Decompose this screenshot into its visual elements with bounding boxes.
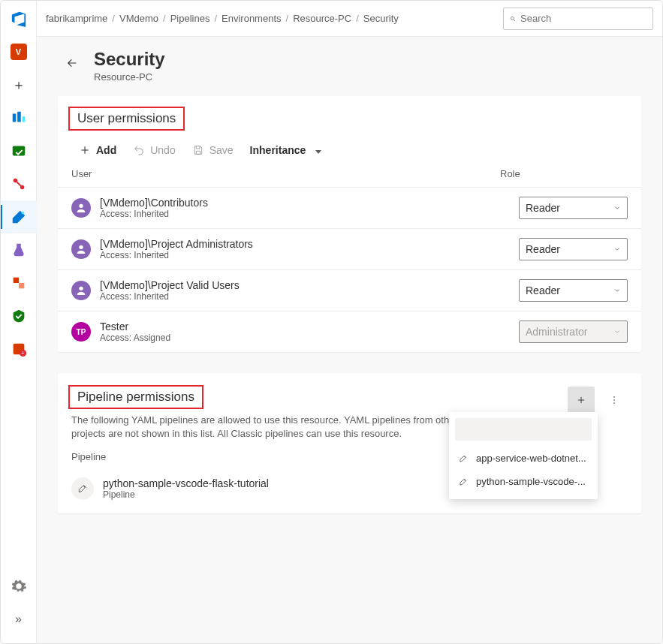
svg-rect-1 (17, 112, 21, 122)
save-button: Save (192, 144, 234, 156)
user-access: Access: Inherited (100, 250, 519, 260)
chevron-down-icon (613, 328, 621, 336)
crumb-0[interactable]: fabrikamprime (46, 13, 107, 24)
svg-point-12 (511, 17, 514, 20)
pipeline-permissions-card: Pipeline permissions The following YAML … (58, 373, 641, 513)
user-access: Access: Inherited (100, 209, 519, 219)
search-input[interactable] (520, 13, 646, 24)
chevron-down-icon (613, 204, 621, 212)
project-badge: V (11, 44, 27, 60)
svg-point-17 (613, 396, 615, 398)
rocket-icon (458, 453, 469, 464)
crumb-5[interactable]: Security (363, 13, 399, 24)
crumb-3[interactable]: Environments (222, 13, 281, 24)
rocket-icon (458, 477, 469, 487)
user-name: [VMdemo]\Project Valid Users (100, 279, 519, 291)
crumb-1[interactable]: VMdemo (119, 13, 158, 24)
user-row[interactable]: TPTesterAccess: AssignedAdministrator (58, 311, 641, 352)
user-row[interactable]: [VMdemo]\ContributorsAccess: InheritedRe… (58, 188, 641, 229)
user-permissions-title: User permissions (74, 110, 179, 128)
plus-icon: ＋ (12, 76, 26, 94)
col-role-header: Role (500, 168, 628, 179)
gear-icon (11, 578, 27, 594)
chevron-down-icon (613, 287, 621, 294)
user-name: [VMdemo]\Project Administrators (100, 238, 519, 250)
avatar (71, 198, 91, 218)
page-title: Security (94, 49, 165, 70)
user-row[interactable]: [VMdemo]\Project Valid UsersAccess: Inhe… (58, 270, 641, 311)
chevron-down-icon (311, 144, 321, 156)
back-button[interactable] (61, 52, 83, 74)
nav-artifacts[interactable] (1, 266, 37, 299)
nav-expand[interactable]: » (1, 603, 37, 636)
highlight-annotation: Pipeline permissions (68, 385, 203, 409)
svg-rect-0 (12, 114, 16, 122)
role-select[interactable]: Reader (519, 197, 628, 219)
svg-point-19 (613, 402, 615, 404)
pipeline-permissions-desc: The following YAML pipelines are allowed… (71, 414, 477, 441)
left-nav-rail: V ＋ + (1, 1, 37, 643)
svg-text:+: + (21, 350, 24, 357)
avatar (71, 281, 91, 300)
nav-add[interactable]: ＋ (1, 68, 37, 101)
rocket-icon (71, 477, 94, 500)
pipeline-name: python-sample-vscode-flask-tutorial (103, 477, 269, 489)
role-select: Administrator (519, 320, 628, 343)
nav-boards[interactable] (1, 101, 37, 134)
crumb-4[interactable]: Resource-PC (293, 13, 351, 24)
svg-rect-2 (22, 116, 25, 122)
user-access: Access: Assigned (100, 333, 519, 343)
arrow-left-icon (66, 57, 78, 69)
pipeline-option[interactable]: python-sample-vscode-... (455, 470, 592, 493)
avatar (71, 239, 91, 259)
crumb-2[interactable]: Pipelines (170, 13, 210, 24)
plus-icon (79, 144, 91, 156)
page-subtitle: Resource-PC (94, 71, 165, 83)
chevron-down-icon (613, 245, 621, 253)
nav-settings[interactable] (1, 570, 37, 603)
pipeline-picker-dropdown: app-service-web-dotnet...python-sample-v… (449, 412, 598, 499)
nav-pipelines-sub[interactable] (1, 167, 37, 200)
pipeline-picker-input[interactable] (466, 424, 592, 435)
svg-rect-7 (13, 278, 18, 283)
col-user-header: User (71, 168, 500, 179)
role-select[interactable]: Reader (519, 279, 628, 302)
highlight-annotation: User permissions (68, 107, 185, 131)
add-button[interactable]: Add (79, 144, 116, 156)
nav-item-green[interactable] (1, 299, 37, 333)
svg-rect-8 (19, 283, 24, 288)
svg-point-6 (21, 212, 24, 215)
chevron-right-icon: » (15, 612, 22, 626)
user-perm-toolbar: Add Undo Save Inheritance (71, 144, 628, 156)
user-row[interactable]: [VMdemo]\Project AdministratorsAccess: I… (58, 229, 641, 270)
svg-line-13 (514, 20, 515, 21)
more-button[interactable] (601, 387, 628, 414)
save-icon (192, 144, 204, 156)
azure-devops-logo[interactable] (10, 10, 28, 28)
role-select[interactable]: Reader (519, 238, 628, 260)
plus-icon (576, 395, 586, 405)
pipeline-option[interactable]: app-service-web-dotnet... (455, 447, 592, 470)
nav-pipelines[interactable] (1, 200, 37, 233)
more-vertical-icon (609, 395, 619, 405)
pipeline-type: Pipeline (103, 489, 269, 500)
avatar: TP (71, 322, 91, 342)
user-name: [VMdemo]\Contributors (100, 197, 519, 209)
project-tile[interactable]: V (1, 35, 37, 68)
add-pipeline-button[interactable] (568, 387, 595, 414)
inheritance-button[interactable]: Inheritance (250, 144, 322, 156)
user-access: Access: Inherited (100, 291, 519, 302)
svg-point-15 (79, 245, 83, 249)
search-icon (510, 14, 516, 24)
nav-testplans[interactable] (1, 233, 37, 266)
nav-item-orange[interactable]: + (1, 333, 37, 366)
undo-icon (133, 144, 145, 156)
svg-point-16 (79, 287, 83, 290)
svg-point-18 (613, 399, 615, 401)
pipeline-picker-search[interactable] (455, 418, 592, 441)
global-search[interactable] (503, 8, 653, 30)
svg-point-14 (79, 204, 83, 208)
nav-repos[interactable] (1, 134, 37, 167)
breadcrumb-bar: fabrikamprime / VMdemo / Pipelines / Env… (37, 1, 662, 37)
user-permissions-card: User permissions Add Undo (58, 96, 641, 352)
